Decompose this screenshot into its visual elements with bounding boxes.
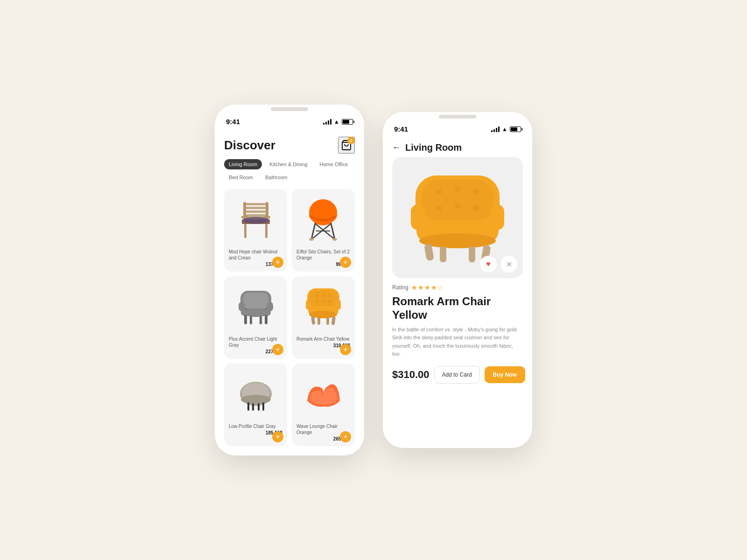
signal-bar [491, 130, 493, 132]
signal-bars-1 [323, 119, 331, 125]
wifi-icon-2: ▲ [502, 126, 507, 133]
svg-rect-47 [326, 317, 329, 325]
add-button-eiffel[interactable]: + [340, 257, 351, 268]
cart-button[interactable]: 2 [338, 137, 355, 154]
svg-point-35 [322, 294, 324, 296]
battery-icon-2 [510, 126, 521, 132]
tab-bed-room[interactable]: Bed Room [224, 172, 258, 182]
svg-rect-26 [239, 302, 245, 311]
status-time-2: 9:41 [394, 125, 408, 133]
svg-rect-2 [244, 203, 268, 205]
battery-icon-1 [342, 119, 353, 125]
tab-living-room[interactable]: Living Room [224, 159, 262, 169]
plus-accent-chair-svg [235, 287, 277, 327]
svg-rect-33 [310, 290, 337, 307]
rating-row: Rating ★★★★☆ [392, 284, 523, 291]
heart-button[interactable]: ♥ [480, 256, 497, 273]
svg-rect-29 [265, 315, 268, 324]
svg-rect-27 [267, 302, 273, 311]
svg-rect-43 [335, 300, 341, 310]
status-bar-2: 9:41 ▲ [383, 119, 532, 137]
low-gray-svg [237, 375, 275, 413]
status-time-1: 9:41 [226, 118, 240, 126]
svg-point-34 [316, 294, 318, 297]
detail-page-title: Living Room [405, 142, 462, 153]
notch-area [215, 105, 364, 111]
status-icons-1: ▲ [323, 119, 353, 125]
svg-point-38 [322, 300, 324, 302]
add-button-wave-orange[interactable]: + [340, 431, 351, 442]
product-img-low-gray [229, 368, 282, 420]
tab-bathroom[interactable]: Bathroom [261, 172, 292, 182]
svg-point-58 [455, 187, 460, 192]
svg-point-20 [332, 238, 337, 241]
svg-rect-28 [244, 315, 247, 324]
product-img-eiffel [296, 194, 350, 245]
cart-badge: 2 [347, 137, 355, 144]
tab-kitchen-dining[interactable]: Kitchen & Dining [265, 159, 312, 169]
svg-rect-52 [262, 402, 264, 411]
back-button[interactable]: ← [392, 143, 401, 153]
add-button-romark-small[interactable]: + [340, 344, 351, 355]
svg-rect-30 [250, 316, 252, 324]
add-button-mod-hope[interactable]: + [272, 257, 283, 268]
svg-point-59 [473, 189, 479, 195]
battery-fill-2 [511, 127, 517, 131]
product-card-romark-small[interactable]: Romark Arm Chair Yellow 310.00$ + [292, 276, 355, 359]
product-img-wave-orange [296, 368, 350, 420]
buy-now-button[interactable]: Buy Now [485, 366, 525, 383]
close-button[interactable]: ✕ [500, 256, 517, 273]
svg-rect-24 [241, 309, 271, 316]
product-img-mod-hope [229, 194, 282, 245]
product-name-low-gray: Low Profile Chair Gray [229, 423, 282, 429]
product-name-romark-small: Romark Arm Chair Yellow [296, 336, 350, 342]
notch [271, 107, 308, 111]
signal-bar [323, 123, 324, 125]
rating-label: Rating [392, 284, 409, 291]
product-card-plus-accent[interactable]: Plus Accent Chair Light Gray 227.99$ + [224, 276, 287, 359]
svg-point-57 [436, 189, 442, 195]
wave-orange-svg [305, 378, 342, 410]
svg-rect-42 [306, 300, 311, 310]
product-img-romark-small [296, 281, 350, 332]
add-to-card-button[interactable]: Add to Card [434, 366, 480, 384]
romark-large-svg [406, 171, 509, 264]
svg-rect-70 [469, 246, 475, 262]
detail-header: ← Living Room [392, 137, 523, 157]
svg-point-62 [473, 205, 479, 211]
svg-rect-45 [331, 316, 335, 325]
svg-rect-4 [244, 210, 268, 213]
product-description: In the battle of comfort vs. style - Mob… [392, 326, 523, 358]
product-card-low-gray[interactable]: Low Profile Chair Gray 185.00$ + [224, 364, 287, 446]
svg-point-61 [455, 203, 460, 209]
tab-home-office[interactable]: Home Office [315, 159, 352, 169]
product-detail-image: ♥ ✕ [392, 157, 523, 278]
product-detail-price: $310.00 [392, 369, 430, 381]
product-card-mod-hope[interactable]: Mod Hope chair Wolnut and Crean 137.50$ … [224, 189, 287, 272]
discover-header: Discover 2 [224, 129, 355, 159]
svg-point-12 [243, 217, 269, 224]
svg-point-37 [316, 301, 318, 303]
svg-point-36 [328, 294, 331, 297]
product-card-eiffel[interactable]: Eiffol Sito Chairs, Set of 2 Orange 99.0… [292, 189, 355, 272]
svg-point-50 [241, 395, 271, 404]
action-buttons: ♥ ✕ [480, 256, 517, 273]
phones-container: 9:41 ▲ Discover [196, 86, 551, 474]
status-bar-1: 9:41 ▲ [215, 111, 364, 129]
product-card-wave-orange[interactable]: Wave Lounge Chair Orange 265.00$ + [292, 364, 355, 446]
signal-bars-2 [491, 126, 500, 132]
svg-rect-54 [258, 403, 260, 411]
signal-bar [328, 120, 329, 125]
signal-bar [330, 119, 331, 125]
phone-discover: 9:41 ▲ Discover [215, 105, 364, 455]
svg-rect-51 [247, 402, 249, 411]
status-icons-2: ▲ [491, 126, 521, 133]
svg-rect-3 [244, 207, 268, 209]
svg-rect-46 [317, 317, 320, 325]
phone-detail: 9:41 ▲ ← Living Room [383, 112, 532, 448]
add-button-plus-accent[interactable]: + [272, 344, 283, 355]
svg-point-19 [309, 238, 314, 241]
wifi-icon: ▲ [334, 119, 339, 125]
product-img-plus-accent [229, 281, 282, 332]
add-button-low-gray[interactable]: + [272, 431, 283, 442]
